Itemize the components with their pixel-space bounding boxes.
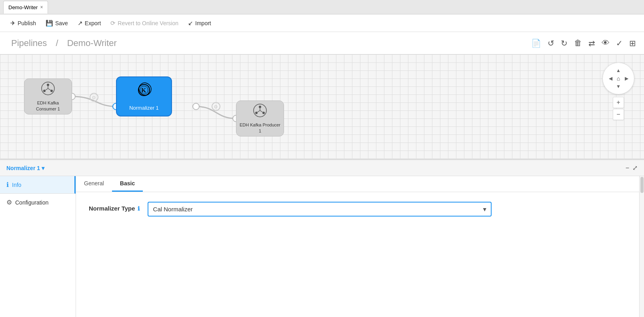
panel-header: Normalizer 1 ▾ − ⤢: [0, 160, 644, 176]
demo-writer-tab[interactable]: Demo-Writer ×: [3, 1, 48, 14]
svg-point-11: [50, 90, 53, 92]
panel-maximize-button[interactable]: ⤢: [632, 164, 638, 172]
tab-title: Demo-Writer: [8, 4, 38, 10]
panel-controls: − ⤢: [626, 164, 638, 172]
nav-down-button[interactable]: ▼: [614, 82, 622, 90]
nav-up-button[interactable]: ▲: [614, 66, 622, 74]
sidebar-configuration-label: Configuration: [15, 199, 48, 206]
shuffle-icon[interactable]: ⇄: [588, 38, 595, 48]
tab-basic-label: Basic: [120, 180, 135, 187]
svg-line-21: [258, 110, 260, 112]
nav-home-button[interactable]: ⌂: [614, 74, 622, 82]
save-label: Save: [55, 20, 68, 26]
breadcrumb-root[interactable]: Pipelines: [11, 38, 47, 48]
info-icon: ℹ: [6, 181, 9, 189]
check-icon[interactable]: ✓: [616, 38, 623, 48]
delete-icon[interactable]: 🗑: [574, 38, 582, 48]
svg-line-13: [46, 88, 48, 90]
panel-dropdown-icon: ▾: [42, 165, 44, 171]
scrollbar-thumb: [640, 177, 644, 193]
panel-tab-area: General Basic Normalizer Type ℹ Cal Norm…: [76, 176, 644, 317]
panel-minimize-button[interactable]: −: [626, 164, 629, 172]
pipeline-canvas[interactable]: ⚙ ⚙ EDH KafkaConsumer 1: [0, 54, 644, 159]
panel-sidebar: ℹ Info ⚙ Configuration: [0, 176, 76, 317]
nav-arrows: ▲ ◀ ⌂ ▶ ▼: [606, 66, 630, 90]
node-normalizer-label: Normalizer 1: [129, 105, 159, 112]
node-kafka-producer-label: EDH Kafka Producer1: [240, 122, 280, 134]
zoom-out-button[interactable]: −: [613, 109, 624, 120]
publish-label: Publish: [18, 20, 36, 26]
scrollbar[interactable]: [639, 176, 644, 317]
redo-icon[interactable]: ↻: [561, 38, 568, 48]
bottom-panel: Normalizer 1 ▾ − ⤢ ℹ Info ⚙ Configuratio…: [0, 159, 644, 317]
nav-compass: ▲ ◀ ⌂ ▶ ▼: [602, 62, 634, 94]
tab-close-icon[interactable]: ×: [40, 4, 43, 10]
normalizer-type-field[interactable]: Cal Normalizer Standard Normalizer Custo…: [148, 202, 492, 217]
import-button[interactable]: ↙ Import: [184, 18, 215, 28]
node-normalizer[interactable]: K Normalizer 1: [116, 76, 172, 116]
svg-point-19: [262, 112, 265, 114]
tab-bar: Demo-Writer ×: [0, 0, 644, 14]
sidebar-info-label: Info: [12, 182, 21, 188]
nav-left-button[interactable]: ◀: [606, 74, 614, 82]
nav-control: ▲ ◀ ⌂ ▶ ▼ + −: [602, 62, 634, 120]
breadcrumb-page: Demo-Writer: [67, 38, 117, 48]
svg-point-18: [255, 112, 258, 114]
eye-icon[interactable]: 👁: [602, 38, 610, 48]
page-header: Pipelines / Demo-Writer 📄 ↺ ↻ 🗑 ⇄ 👁 ✓ ⊞: [0, 32, 644, 54]
zoom-controls: + −: [613, 97, 624, 120]
svg-point-17: [259, 106, 261, 108]
tab-general-label: General: [84, 180, 104, 187]
tab-basic[interactable]: Basic: [112, 176, 143, 192]
node-kafka-producer-icon: [253, 103, 267, 120]
export-icon: ↗: [78, 20, 83, 27]
node-normalizer-icon: K: [134, 81, 154, 103]
grid-icon[interactable]: ⊞: [629, 38, 636, 48]
panel-content: Normalizer Type ℹ Cal Normalizer Standar…: [76, 192, 644, 317]
import-label: Import: [195, 20, 211, 26]
header-actions: 📄 ↺ ↻ 🗑 ⇄ 👁 ✓ ⊞: [531, 38, 636, 48]
save-icon: 💾: [46, 20, 53, 27]
node-edh-kafka-consumer[interactable]: EDH KafkaConsumer 1: [24, 78, 72, 114]
doc-icon[interactable]: 📄: [531, 38, 541, 48]
tab-general[interactable]: General: [76, 176, 112, 192]
publish-button[interactable]: ✈ Publish: [6, 18, 40, 28]
svg-point-10: [43, 90, 46, 92]
svg-line-22: [260, 110, 262, 112]
panel-tabs: General Basic: [76, 176, 644, 192]
nav-right-button[interactable]: ▶: [622, 74, 630, 82]
svg-point-9: [47, 84, 49, 86]
svg-line-14: [48, 88, 50, 90]
export-label: Export: [85, 20, 101, 26]
node-kafka-consumer-icon: [41, 81, 55, 98]
svg-text:K: K: [141, 87, 146, 94]
publish-icon: ✈: [10, 20, 16, 27]
revert-button[interactable]: ⟳ Revert to Online Version: [106, 18, 182, 28]
field-label-text: Normalizer Type: [89, 205, 135, 212]
panel-body: ℹ Info ⚙ Configuration General Basic Nor…: [0, 176, 644, 317]
configuration-icon: ⚙: [6, 199, 12, 206]
sidebar-item-info[interactable]: ℹ Info: [0, 176, 76, 194]
export-button[interactable]: ↗ Export: [74, 18, 105, 28]
import-icon: ↙: [188, 20, 193, 27]
breadcrumb: Pipelines / Demo-Writer: [8, 38, 120, 48]
panel-title-button[interactable]: Normalizer 1 ▾: [6, 165, 44, 171]
normalizer-type-label: Normalizer Type ℹ: [89, 202, 140, 212]
revert-icon: ⟳: [110, 20, 116, 27]
node-kafka-consumer-label: EDH KafkaConsumer 1: [36, 100, 60, 112]
zoom-in-button[interactable]: +: [613, 97, 624, 108]
toolbar: ✈ Publish 💾 Save ↗ Export ⟳ Revert to On…: [0, 14, 644, 32]
breadcrumb-separator: /: [56, 38, 58, 48]
revert-label: Revert to Online Version: [118, 20, 178, 26]
panel-title-text: Normalizer 1: [6, 165, 40, 171]
undo-icon[interactable]: ↺: [548, 38, 554, 48]
field-info-icon: ℹ: [138, 205, 140, 212]
node-edh-kafka-producer[interactable]: EDH Kafka Producer1: [236, 100, 284, 136]
normalizer-type-select[interactable]: Cal Normalizer Standard Normalizer Custo…: [148, 202, 492, 217]
canvas-grid: [0, 54, 644, 159]
sidebar-item-configuration[interactable]: ⚙ Configuration: [0, 194, 76, 211]
save-button[interactable]: 💾 Save: [42, 18, 72, 28]
